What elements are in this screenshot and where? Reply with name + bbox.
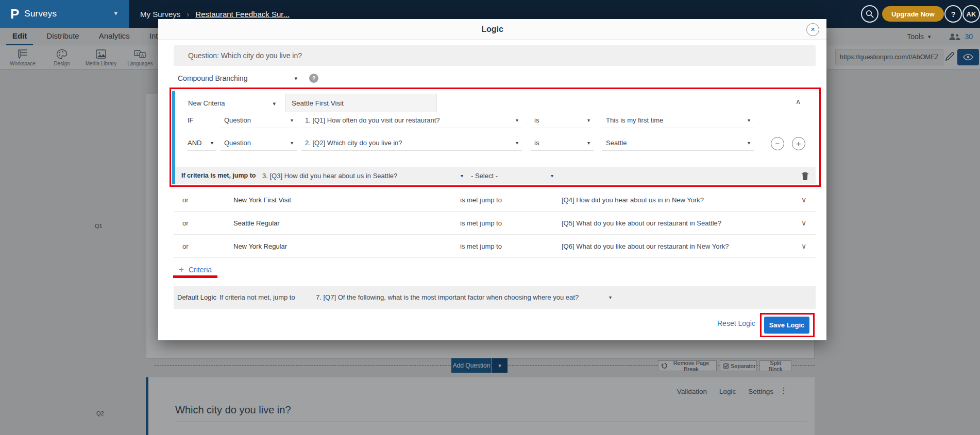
caret-down-icon: ▾ xyxy=(291,135,293,151)
condition-question-select[interactable]: 1. [Q1] How often do you visit our resta… xyxy=(301,113,522,128)
questionpro-logo: P xyxy=(10,6,19,22)
plus-icon: + xyxy=(179,265,184,275)
add-criteria-button[interactable]: + Criteria xyxy=(179,264,212,276)
reset-logic-link[interactable]: Reset Logic xyxy=(717,319,755,327)
logic-question-context: Question: Which city do you live in? xyxy=(174,45,816,66)
logic-type-select[interactable]: Compound Branching ▾ xyxy=(178,72,301,85)
criteria-name-select-value: New Criteria xyxy=(188,99,225,107)
saved-criteria-row[interactable]: or New York First Visit is met jump to [… xyxy=(174,188,816,212)
criteria-name-select[interactable]: New Criteria ▾ xyxy=(188,97,276,110)
jump-question-value: 3. [Q3] How did you hear about us in Sea… xyxy=(262,172,397,180)
add-criteria-label: Criteria xyxy=(189,266,212,274)
caret-down-icon: ▾ xyxy=(587,113,590,128)
logic-modal-title: Logic xyxy=(158,19,826,40)
caret-down-icon: ▾ xyxy=(609,286,612,309)
help-icon: ? xyxy=(951,10,955,19)
jump-question-select[interactable]: 3. [Q3] How did you hear about us in Sea… xyxy=(262,167,463,184)
collapse-criteria-chevron-icon[interactable]: ∧ xyxy=(793,97,803,108)
logic-type-value: Compound Branching xyxy=(178,74,247,82)
condition-connector-value: AND xyxy=(188,139,201,147)
condition-connector-if: IF xyxy=(188,113,194,128)
criteria-editor: New Criteria ▾ ∧ IF Question▾ 1. [Q1] Ho… xyxy=(172,91,816,184)
default-logic-label: Default Logic xyxy=(177,286,216,309)
close-modal-button[interactable]: ✕ xyxy=(806,23,819,36)
criteria-jump-row: If criteria is met, jump to 3. [Q3] How … xyxy=(175,167,816,184)
condition-subject-value: Question xyxy=(224,139,251,147)
saved-criteria-row[interactable]: or Seattle Regular is met jump to [Q5] W… xyxy=(174,212,816,235)
condition-value-select[interactable]: This is my first time▾ xyxy=(602,113,754,128)
caret-down-icon: ▾ xyxy=(291,113,293,128)
condition-subject-value: Question xyxy=(224,116,251,124)
app-screen: Q1 Add Question ▾ Remove Page Break Sepa… xyxy=(0,0,980,435)
avatar[interactable]: AK xyxy=(962,5,980,23)
caret-down-icon: ▾ xyxy=(516,135,518,151)
default-jump-select[interactable]: 7. [Q7] Of the following, what is the mo… xyxy=(316,286,579,309)
caret-down-icon: ▾ xyxy=(211,135,213,151)
breadcrumb-separator-icon: › xyxy=(187,10,189,19)
caret-down-icon: ▾ xyxy=(551,167,553,184)
save-logic-button[interactable]: Save Logic xyxy=(764,317,809,334)
help-button[interactable]: ? xyxy=(944,5,962,23)
condition-question-value: 2. [Q2] Which city do you live in? xyxy=(305,139,402,147)
logic-modal: Logic ✕ Question: Which city do you live… xyxy=(158,19,826,340)
criteria-met-label: is met jump to xyxy=(460,188,502,212)
criteria-name: New York First Visit xyxy=(233,188,291,212)
criteria-jump-target: [Q4] How did you hear about us in in New… xyxy=(562,188,704,212)
caret-down-icon: ▾ xyxy=(516,113,518,128)
condition-operator-select[interactable]: is▾ xyxy=(531,113,594,128)
expand-chevron-icon[interactable]: ∨ xyxy=(801,188,806,212)
condition-value-select[interactable]: Seattle▾ xyxy=(602,135,754,151)
criteria-connector: or xyxy=(182,188,189,212)
jump-answer-value: - Select - xyxy=(471,172,498,180)
criteria-name: New York Regular xyxy=(233,235,287,258)
delete-criteria-trash-icon[interactable] xyxy=(801,171,809,181)
condition-value-text: Seattle xyxy=(606,139,627,147)
criteria-jump-target: [Q6] What do you like about our restaura… xyxy=(562,235,729,258)
caret-down-icon: ▾ xyxy=(461,167,463,184)
criteria-name-caret-icon: ▾ xyxy=(273,97,276,110)
condition-subject-select[interactable]: Question▾ xyxy=(221,113,297,128)
product-switcher[interactable]: P Surveys ▾ xyxy=(0,0,129,28)
remove-condition-button[interactable]: − xyxy=(771,137,784,150)
logic-type-caret-icon: ▾ xyxy=(294,72,297,85)
criteria-connector: or xyxy=(182,235,189,258)
default-logic-row: Default Logic If criteria not met, jump … xyxy=(174,286,816,309)
caret-down-icon: ▾ xyxy=(748,113,750,128)
condition-question-value: 1. [Q1] How often do you visit our resta… xyxy=(305,116,440,124)
condition-operator-value: is xyxy=(534,116,539,124)
expand-chevron-icon[interactable]: ∨ xyxy=(801,235,806,258)
condition-question-select[interactable]: 2. [Q2] Which city do you live in?▾ xyxy=(301,135,522,151)
jump-answer-select[interactable]: - Select -▾ xyxy=(471,167,553,184)
condition-operator-value: is xyxy=(534,139,539,147)
breadcrumb-current-survey[interactable]: Restaurant Feedback Sur... xyxy=(195,10,290,19)
plus-icon: + xyxy=(797,139,801,148)
caret-down-icon: ▾ xyxy=(587,135,590,151)
product-caret-icon: ▾ xyxy=(114,9,117,17)
minus-icon: − xyxy=(775,139,780,148)
breadcrumb-my-surveys[interactable]: My Surveys xyxy=(140,10,180,19)
product-name: Surveys xyxy=(24,9,57,19)
close-icon: ✕ xyxy=(810,26,815,33)
criteria-jump-target: [Q5] What do you like about our restaura… xyxy=(562,212,721,235)
condition-value-text: This is my first time xyxy=(606,116,663,124)
search-icon xyxy=(866,10,874,18)
expand-chevron-icon[interactable]: ∨ xyxy=(801,212,806,235)
saved-criteria-row[interactable]: or New York Regular is met jump to [Q6] … xyxy=(174,235,816,258)
caret-down-icon: ▾ xyxy=(748,135,750,151)
condition-subject-select[interactable]: Question▾ xyxy=(221,135,297,151)
criteria-connector: or xyxy=(182,212,189,235)
default-logic-sublabel: If criteria not met, jump to xyxy=(219,286,295,309)
condition-operator-select[interactable]: is▾ xyxy=(531,135,594,151)
jump-label: If criteria is met, jump to xyxy=(181,167,256,184)
criteria-name: Seattle Regular xyxy=(233,212,280,235)
criteria-met-label: is met jump to xyxy=(460,212,502,235)
search-button[interactable] xyxy=(861,5,878,23)
add-condition-button[interactable]: + xyxy=(792,137,805,150)
upgrade-now-button[interactable]: Upgrade Now xyxy=(882,6,944,22)
criteria-name-input[interactable] xyxy=(285,94,437,112)
logic-modal-header: Logic ✕ xyxy=(158,19,826,40)
condition-connector-select[interactable]: AND▾ xyxy=(188,135,216,151)
logic-help-icon[interactable]: ? xyxy=(309,74,318,83)
criteria-met-label: is met jump to xyxy=(460,235,502,258)
